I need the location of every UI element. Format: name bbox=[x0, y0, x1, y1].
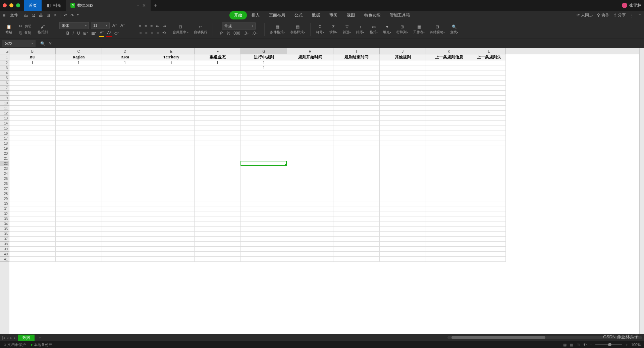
cell-F13[interactable] bbox=[195, 116, 241, 121]
ribbon-tab-8[interactable]: 智能工具箱 bbox=[385, 11, 415, 19]
cell-C40[interactable] bbox=[56, 252, 102, 257]
cell-D32[interactable] bbox=[102, 211, 148, 216]
fill-color-button[interactable]: A▾ bbox=[99, 30, 104, 37]
col-header-D[interactable]: D bbox=[102, 48, 148, 54]
cell-I9[interactable] bbox=[333, 96, 380, 101]
fill-button[interactable]: ▼填充▾ bbox=[382, 24, 392, 35]
cell-K1[interactable]: 上一条规则信息 bbox=[426, 54, 472, 60]
row-header-23[interactable]: 23 bbox=[0, 166, 9, 171]
cell-K15[interactable] bbox=[426, 126, 472, 131]
cell-J26[interactable] bbox=[380, 181, 426, 186]
cell-F18[interactable] bbox=[195, 141, 241, 146]
cell-B19[interactable] bbox=[9, 146, 56, 151]
cell-B9[interactable] bbox=[9, 96, 56, 101]
name-box[interactable]: G22▾ bbox=[2, 40, 36, 47]
cell-H24[interactable] bbox=[287, 171, 333, 176]
cell-K20[interactable] bbox=[426, 151, 472, 156]
number-format-select[interactable]: 常规▾ bbox=[222, 22, 256, 30]
cell-H9[interactable] bbox=[287, 96, 333, 101]
cell-E12[interactable] bbox=[148, 111, 195, 116]
cell-G35[interactable] bbox=[241, 227, 287, 232]
cell-I2[interactable] bbox=[333, 60, 380, 65]
cell-L39[interactable] bbox=[472, 247, 506, 252]
align-middle-icon[interactable]: ≡ bbox=[144, 23, 148, 29]
cell-K35[interactable] bbox=[426, 227, 472, 232]
row-header-7[interactable]: 7 bbox=[0, 86, 9, 91]
cell-J7[interactable] bbox=[380, 86, 426, 91]
cell-C18[interactable] bbox=[56, 141, 102, 146]
cell-K2[interactable] bbox=[426, 60, 472, 65]
cell-K37[interactable] bbox=[426, 237, 472, 242]
cell-B16[interactable] bbox=[9, 131, 56, 136]
cell-I21[interactable] bbox=[333, 156, 380, 161]
cell-J31[interactable] bbox=[380, 206, 426, 211]
cell-H23[interactable] bbox=[287, 166, 333, 171]
cell-H37[interactable] bbox=[287, 237, 333, 242]
clear-format-button[interactable]: ◇▾ bbox=[114, 30, 119, 36]
cell-C31[interactable] bbox=[56, 206, 102, 211]
align-right-icon[interactable]: ≡ bbox=[150, 30, 154, 36]
row-header-4[interactable]: 4 bbox=[0, 70, 9, 76]
cell-K32[interactable] bbox=[426, 211, 472, 216]
cell-L30[interactable] bbox=[472, 201, 506, 206]
sort-button[interactable]: ↕排序▾ bbox=[355, 24, 366, 35]
bold-button[interactable]: B bbox=[66, 30, 70, 36]
cell-D18[interactable] bbox=[102, 141, 148, 146]
cell-I15[interactable] bbox=[333, 126, 380, 131]
cell-B20[interactable] bbox=[9, 151, 56, 156]
cell-L32[interactable] bbox=[472, 211, 506, 216]
tab-document[interactable]: S 数据.xlsx ▫ ✕ bbox=[66, 0, 151, 11]
cell-E6[interactable] bbox=[148, 81, 195, 86]
cell-K30[interactable] bbox=[426, 201, 472, 206]
cell-B38[interactable] bbox=[9, 242, 56, 247]
cell-G14[interactable] bbox=[241, 121, 287, 126]
cell-G17[interactable] bbox=[241, 136, 287, 141]
cell-G12[interactable] bbox=[241, 111, 287, 116]
cell-F32[interactable] bbox=[195, 211, 241, 216]
cell-I30[interactable] bbox=[333, 201, 380, 206]
cell-L41[interactable] bbox=[472, 257, 506, 262]
sheet-last-icon[interactable]: ▸| bbox=[14, 336, 17, 340]
cell-K41[interactable] bbox=[426, 257, 472, 262]
cell-I39[interactable] bbox=[333, 247, 380, 252]
cell-C37[interactable] bbox=[56, 237, 102, 242]
align-left-icon[interactable]: ≡ bbox=[139, 30, 143, 36]
cell-C34[interactable] bbox=[56, 221, 102, 227]
cell-I36[interactable] bbox=[333, 232, 380, 237]
collab-button[interactable]: ⚲ 协作 bbox=[597, 12, 609, 18]
cell-C19[interactable] bbox=[56, 146, 102, 151]
share-button[interactable]: ⇪ 分享 bbox=[613, 12, 626, 18]
export-icon[interactable]: ⎘ bbox=[54, 13, 56, 18]
cell-L28[interactable] bbox=[472, 191, 506, 196]
row-header-19[interactable]: 19 bbox=[0, 146, 9, 151]
cell-J2[interactable] bbox=[380, 60, 426, 65]
percent-icon[interactable]: % bbox=[226, 30, 231, 36]
cell-G25[interactable] bbox=[241, 176, 287, 181]
cell-J36[interactable] bbox=[380, 232, 426, 237]
cells-area[interactable]: BURegionAreaTerritory渠道业态进行中规则规则开始时间规则结束… bbox=[9, 54, 639, 334]
cell-E7[interactable] bbox=[148, 86, 195, 91]
cell-H41[interactable] bbox=[287, 257, 333, 262]
cell-H18[interactable] bbox=[287, 141, 333, 146]
cell-B18[interactable] bbox=[9, 141, 56, 146]
cell-B1[interactable]: BU bbox=[9, 54, 56, 60]
cell-L34[interactable] bbox=[472, 221, 506, 227]
cell-G15[interactable] bbox=[241, 126, 287, 131]
cell-I8[interactable] bbox=[333, 91, 380, 96]
maximize-window-button[interactable] bbox=[16, 3, 20, 7]
auto-wrap-button[interactable]: ↩自动换行 bbox=[193, 24, 209, 35]
zoom-percent[interactable]: 100% bbox=[631, 343, 641, 347]
cell-D24[interactable] bbox=[102, 171, 148, 176]
fx-icon[interactable]: fx bbox=[49, 41, 52, 46]
cell-D2[interactable]: 1 bbox=[102, 60, 148, 65]
cell-H3[interactable] bbox=[287, 65, 333, 70]
cell-B11[interactable] bbox=[9, 106, 56, 111]
cell-E34[interactable] bbox=[148, 221, 195, 227]
cell-E5[interactable] bbox=[148, 76, 195, 81]
cell-H2[interactable] bbox=[287, 60, 333, 65]
cell-I23[interactable] bbox=[333, 166, 380, 171]
cell-K7[interactable] bbox=[426, 86, 472, 91]
cell-I22[interactable] bbox=[333, 161, 380, 166]
cell-J25[interactable] bbox=[380, 176, 426, 181]
cell-E22[interactable] bbox=[148, 161, 195, 166]
